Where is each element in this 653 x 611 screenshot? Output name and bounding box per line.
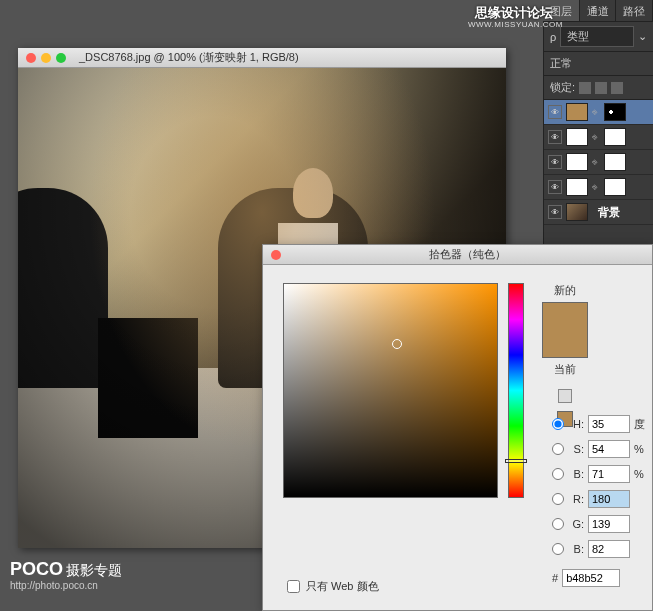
radio-h[interactable] [552,418,564,430]
web-colors-label: 只有 Web 颜色 [306,579,379,594]
lock-transparent-icon[interactable] [579,82,591,94]
rgb-r-row: R: [552,490,648,508]
input-r[interactable] [588,490,630,508]
hsb-h-row: H: 度 [552,415,648,433]
swatch-current[interactable] [543,330,587,357]
document-title: _DSC8768.jpg @ 100% (渐变映射 1, RGB/8) [79,50,299,65]
layer-thumb[interactable] [566,128,588,146]
hue-cursor[interactable] [505,459,527,463]
link-icon: ⎆ [592,157,600,167]
close-icon[interactable] [271,250,281,260]
layer-row[interactable]: ⎆ [544,175,653,200]
layer-thumb[interactable] [566,203,588,221]
layer-mask-thumb[interactable] [604,103,626,121]
input-s[interactable] [588,440,630,458]
poco-url: http://photo.poco.cn [10,580,122,591]
panel-tabs: 图层 通道 路径 [543,0,653,22]
unit-b: % [634,468,648,480]
hsb-s-row: S: % [552,440,648,458]
input-h[interactable] [588,415,630,433]
visibility-icon[interactable] [548,130,562,144]
current-label: 当前 [554,362,576,377]
tab-paths[interactable]: 路径 [616,0,653,21]
radio-s[interactable] [552,443,564,455]
cube-warning-icon[interactable] [558,389,572,403]
value-column: H: 度 S: % B: % R: G: [552,415,648,587]
close-icon[interactable] [26,53,36,63]
visibility-icon[interactable] [548,105,562,119]
layer-row[interactable]: ⎆ [544,125,653,150]
label-g: G: [568,518,584,530]
type-hook-icon: ρ [550,31,556,43]
rgb-b-row: B: [552,540,648,558]
layer-row[interactable]: ⎆ [544,150,653,175]
link-icon: ⎆ [592,182,600,192]
input-g[interactable] [588,515,630,533]
layer-type-dropdown[interactable]: 类型 [560,26,634,47]
layer-row-solid-color[interactable]: ⎆ [544,100,653,125]
visibility-icon[interactable] [548,205,562,219]
lock-image-icon[interactable] [595,82,607,94]
hsb-b-row: B: % [552,465,648,483]
unit-s: % [634,443,648,455]
layer-thumb[interactable] [566,103,588,121]
layer-mask-thumb[interactable] [604,178,626,196]
label-b: B: [568,468,584,480]
poco-brand: POCO [10,559,63,579]
poco-sub: 摄影专题 [66,562,122,578]
radio-b[interactable] [552,468,564,480]
swatch-compare [542,302,588,358]
visibility-icon[interactable] [548,180,562,194]
link-icon: ⎆ [592,107,600,117]
color-cursor[interactable] [392,339,402,349]
web-colors-only-check[interactable]: 只有 Web 颜色 [287,579,379,594]
input-b[interactable] [588,465,630,483]
layers-panel: ρ 类型 ⌄ 正常 锁定: ⎆ ⎆ ⎆ ⎆ 背景 [543,22,653,252]
lock-label: 锁定: [550,80,575,95]
input-bb[interactable] [588,540,630,558]
lock-position-icon[interactable] [611,82,623,94]
web-colors-checkbox[interactable] [287,580,300,593]
hue-slider[interactable] [508,283,524,498]
minimize-icon[interactable] [41,53,51,63]
input-hex[interactable] [562,569,620,587]
radio-r[interactable] [552,493,564,505]
rgb-g-row: G: [552,515,648,533]
layer-row-background[interactable]: 背景 [544,200,653,225]
new-label: 新的 [554,283,576,298]
radio-g[interactable] [552,518,564,530]
layer-mask-thumb[interactable] [604,128,626,146]
layer-thumb[interactable] [566,153,588,171]
poco-logo: POCO 摄影专题 http://photo.poco.cn [10,559,122,591]
picker-title: 拾色器（纯色） [291,247,644,262]
label-bb: B: [568,543,584,555]
swatch-new[interactable] [543,303,587,330]
link-icon: ⎆ [592,132,600,142]
label-r: R: [568,493,584,505]
layer-mask-thumb[interactable] [604,153,626,171]
radio-bb[interactable] [552,543,564,555]
tab-channels[interactable]: 通道 [580,0,617,21]
label-h: H: [568,418,584,430]
label-hex: # [552,572,558,584]
dropdown-icon[interactable]: ⌄ [638,30,647,43]
visibility-icon[interactable] [548,155,562,169]
color-picker-dialog: 拾色器（纯色） 新的 当前 只有 Web 颜色 H: 度 [262,244,653,611]
layer-name: 背景 [598,205,620,220]
layer-thumb[interactable] [566,178,588,196]
unit-h: 度 [634,417,648,432]
zoom-icon[interactable] [56,53,66,63]
saturation-brightness-field[interactable] [283,283,498,498]
document-titlebar[interactable]: _DSC8768.jpg @ 100% (渐变映射 1, RGB/8) [18,48,506,68]
picker-titlebar[interactable]: 拾色器（纯色） [263,245,652,265]
watermark-url: WWW.MISSYUAN.COM [468,20,563,29]
lock-row: 锁定: [544,76,653,100]
blend-mode-dropdown[interactable]: 正常 [544,52,653,76]
label-s: S: [568,443,584,455]
hex-row: # [552,569,648,587]
